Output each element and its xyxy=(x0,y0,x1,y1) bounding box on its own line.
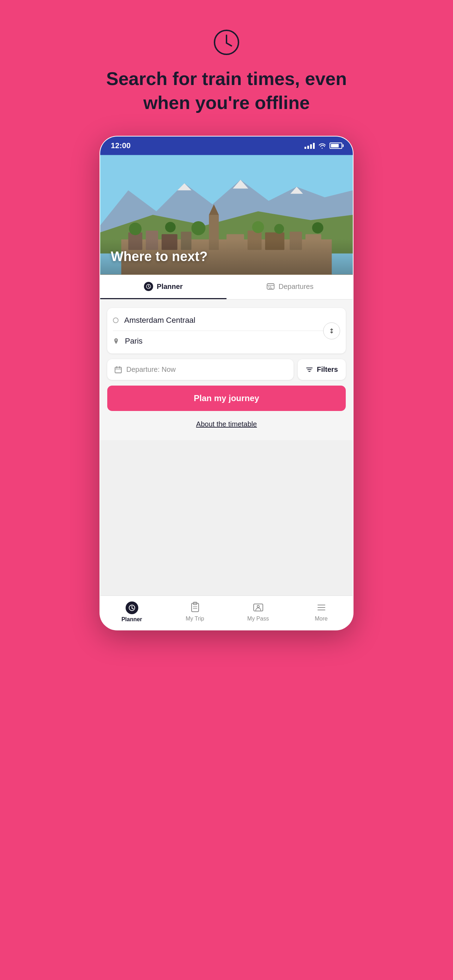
departure-text: Departure: Now xyxy=(126,366,176,374)
filters-icon xyxy=(305,366,313,374)
svg-point-51 xyxy=(257,605,259,608)
status-time: 12:00 xyxy=(111,141,130,150)
clock-icon xyxy=(212,28,241,56)
from-station-row[interactable]: Amsterdam Centraal xyxy=(113,310,340,331)
nav-item-more[interactable]: More xyxy=(290,601,353,623)
wifi-icon xyxy=(318,143,326,149)
search-area: Amsterdam Centraal Paris xyxy=(100,299,353,440)
svg-line-2 xyxy=(227,43,231,46)
departures-tab-icon xyxy=(266,282,275,291)
more-nav-icon xyxy=(315,601,327,614)
station-input-group: Amsterdam Centraal Paris xyxy=(107,308,346,353)
nav-planner-label: Planner xyxy=(121,616,142,623)
planner-tab-icon xyxy=(144,282,153,291)
tab-planner[interactable]: Planner xyxy=(100,275,227,299)
nav-more-label: More xyxy=(315,616,327,622)
filters-button[interactable]: Filters xyxy=(298,359,346,380)
hero-area: Where to next? xyxy=(100,155,353,275)
planner-nav-icon xyxy=(126,601,138,614)
plan-journey-button[interactable]: Plan my journey xyxy=(107,386,346,411)
filters-label: Filters xyxy=(317,366,338,374)
status-icons xyxy=(304,143,342,149)
hero-text: Where to next? xyxy=(111,249,207,264)
tab-departures[interactable]: Departures xyxy=(227,275,353,299)
calendar-icon xyxy=(114,366,122,374)
content-area xyxy=(100,440,353,595)
status-bar: 12:00 xyxy=(100,137,353,155)
nav-my-trip-label: My Trip xyxy=(186,616,204,622)
nav-item-my-trip[interactable]: My Trip xyxy=(163,601,227,623)
app-tab-bar: Planner Departures xyxy=(100,275,353,299)
from-dot-icon xyxy=(113,318,119,323)
departures-tab-label: Departures xyxy=(279,283,314,291)
from-station-label: Amsterdam Centraal xyxy=(124,316,196,325)
departure-input[interactable]: Departure: Now xyxy=(107,359,294,380)
svg-line-45 xyxy=(132,608,134,609)
my-pass-nav-icon xyxy=(252,601,264,614)
my-trip-nav-icon xyxy=(189,601,201,614)
planner-tab-label: Planner xyxy=(157,283,183,291)
svg-rect-36 xyxy=(115,367,121,373)
svg-point-34 xyxy=(270,286,271,288)
battery-icon xyxy=(329,143,342,149)
nav-item-my-pass[interactable]: My Pass xyxy=(227,601,290,623)
to-station-row[interactable]: Paris xyxy=(113,331,340,352)
phone-mockup: 12:00 xyxy=(100,136,353,630)
svg-point-33 xyxy=(268,286,269,288)
nav-item-planner[interactable]: Planner xyxy=(100,601,163,623)
timetable-link[interactable]: About the timetable xyxy=(107,417,346,432)
svg-line-30 xyxy=(149,287,149,288)
location-pin-icon xyxy=(113,338,119,344)
nav-my-pass-label: My Pass xyxy=(247,616,269,622)
to-station-label: Paris xyxy=(125,337,143,346)
bottom-nav: Planner My Trip My Pass xyxy=(100,595,353,630)
swap-button[interactable] xyxy=(323,323,340,339)
page-headline: Search for train times, even when you're… xyxy=(85,67,368,115)
signal-icon xyxy=(304,143,315,149)
departure-row: Departure: Now Filters xyxy=(107,359,346,380)
